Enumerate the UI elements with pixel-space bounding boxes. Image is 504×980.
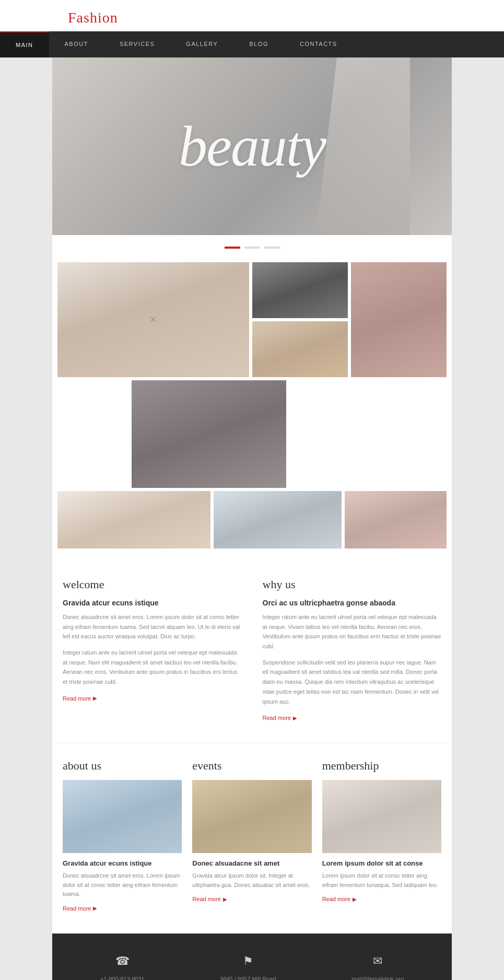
gallery-cell-3[interactable]	[252, 321, 348, 377]
why-us-subsection-title: Orci ac us ultricphaetra gonse abaoda	[263, 599, 442, 607]
gallery-cell-bottom-3[interactable]	[345, 491, 447, 549]
gallery-cell-4[interactable]	[351, 262, 447, 377]
events-text: Gravida atcur ipsum dolor sit. Integer a…	[192, 871, 311, 890]
membership-title: membership	[322, 759, 441, 773]
about-us-image	[63, 780, 182, 853]
nav-gallery[interactable]: GALLERY	[170, 31, 233, 57]
logo-accent: F	[68, 9, 77, 26]
welcome-subsection-title: Gravida atcur ecuns istique	[63, 599, 242, 607]
three-col-section: about us Gravida atcur ecuns istique Don…	[52, 743, 452, 934]
footer-email-col: ✉ mail@femalelink.org	[351, 954, 404, 980]
why-us-read-more[interactable]: Read more ▶	[263, 715, 297, 721]
site-footer: ☎ +1-800-813-8031 +1-800-101-0108 ⚑ 9845…	[52, 934, 452, 980]
welcome-section: welcome Gravida atcur ecuns istique Done…	[52, 557, 452, 743]
footer-location-col: ⚑ 9845 / 9957 Mill Road Cambridge, MO8 9…	[220, 954, 277, 980]
read-more-arrow-icon: ▶	[93, 695, 97, 701]
welcome-paragraph2: Integer ratum ante eu lacrerit ulroel po…	[63, 648, 242, 687]
gallery-cell-bottom-1[interactable]	[57, 491, 210, 549]
gallery-cell-center[interactable]	[132, 380, 286, 488]
membership-image	[322, 780, 441, 853]
expand-icon: ✕	[149, 314, 157, 325]
why-us-title: why us	[263, 578, 442, 591]
why-us-paragraph2: Suspendisse sollicitudin velit sed leo p…	[263, 658, 442, 706]
footer-email: mail@femalelink.org	[351, 974, 404, 980]
gallery-row-3	[57, 491, 447, 549]
gallery-row-2	[57, 380, 447, 488]
events-column: events Donec alsuadacne sit amet Gravida…	[192, 759, 311, 913]
nav-main[interactable]: MAIN	[0, 31, 49, 57]
welcome-why-us-columns: welcome Gravida atcur ecuns istique Done…	[63, 578, 441, 722]
events-card-title: Donec alsuadacne sit amet	[192, 859, 311, 867]
gallery-cell-bottom-2[interactable]	[214, 491, 341, 549]
welcome-title: welcome	[63, 578, 242, 591]
welcome-column: welcome Gravida atcur ecuns istique Done…	[63, 578, 242, 722]
why-us-paragraph1: Integer ratum ante eu lacrerit ulroel po…	[263, 612, 442, 651]
welcome-read-more[interactable]: Read more ▶	[63, 695, 97, 702]
gallery-row-1: ✕	[57, 262, 447, 377]
email-icon: ✉	[351, 954, 404, 968]
gallery-cell-2[interactable]	[252, 262, 348, 318]
hero-text: beauty	[179, 113, 325, 180]
gallery-cell-large[interactable]: ✕	[57, 262, 249, 377]
nav-about[interactable]: ABOUT	[49, 31, 104, 57]
events-read-more-arrow: ▶	[223, 896, 227, 902]
slider-dot-3[interactable]	[264, 247, 280, 249]
hero-section: beauty	[52, 57, 452, 235]
events-image	[192, 780, 311, 853]
slider-dot-1[interactable]	[225, 247, 240, 249]
events-read-more[interactable]: Read more ▶	[192, 896, 227, 902]
nav-services[interactable]: SERVICES	[104, 31, 170, 57]
about-us-card-title: Gravida atcur ecuns istique	[63, 859, 182, 867]
nav-contacts[interactable]: CONTACTS	[284, 31, 353, 57]
phone-icon: ☎	[100, 954, 145, 968]
footer-address1: 9845 / 9957 Mill Road	[220, 974, 277, 980]
location-icon: ⚑	[220, 954, 277, 968]
footer-phone1: +1-800-813-8031	[100, 974, 145, 980]
membership-card-title: Lorem ipsum dolor sit at conse	[322, 859, 441, 867]
site-logo[interactable]: Fashion	[68, 9, 436, 26]
footer-contact-row: ☎ +1-800-813-8031 +1-800-101-0108 ⚑ 9845…	[63, 954, 441, 980]
gallery-section: ✕	[52, 257, 452, 557]
membership-read-more[interactable]: Read more ▶	[322, 896, 357, 902]
welcome-paragraph1: Donec alsuadrcne sit amet eros. Lorem ip…	[63, 612, 242, 641]
about-us-text: Donec alsuadrcne sit amet eros. Lorem ip…	[63, 871, 182, 899]
about-read-more-arrow: ▶	[93, 905, 97, 911]
nav-blog[interactable]: BLOG	[233, 31, 284, 57]
main-nav: MAIN ABOUT SERVICES GALLERY BLOG CONTACT…	[0, 31, 504, 57]
why-us-read-more-arrow: ▶	[293, 715, 297, 721]
about-us-column: about us Gravida atcur ecuns istique Don…	[63, 759, 182, 913]
membership-read-more-arrow: ▶	[353, 896, 357, 902]
events-title: events	[192, 759, 311, 773]
footer-phone-col: ☎ +1-800-813-8031 +1-800-101-0108	[100, 954, 145, 980]
slider-dots	[52, 235, 452, 257]
slider-dot-2[interactable]	[244, 247, 260, 249]
three-columns: about us Gravida atcur ecuns istique Don…	[63, 759, 441, 913]
membership-text: Lorem ipsum dolor sit at consc tetter ai…	[322, 871, 441, 890]
logo-rest: ashion	[77, 9, 118, 26]
about-us-title: about us	[63, 759, 182, 773]
about-us-read-more[interactable]: Read more ▶	[63, 905, 97, 912]
why-us-column: why us Orci ac us ultricphaetra gonse ab…	[263, 578, 442, 722]
membership-column: membership Lorem ipsum dolor sit at cons…	[322, 759, 441, 913]
